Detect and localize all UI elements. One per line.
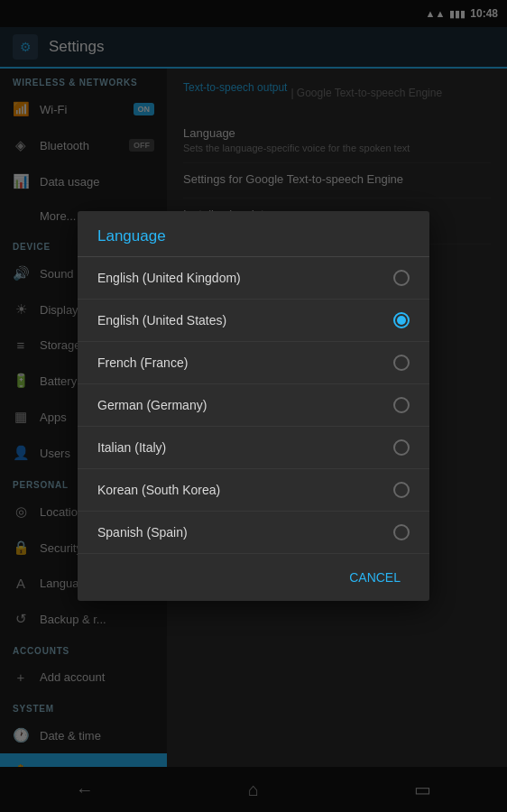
language-modal: Language English (United Kingdom) Englis… — [78, 211, 429, 601]
modal-footer: Cancel — [78, 554, 429, 601]
modal-option-fr-fr[interactable]: French (France) — [78, 342, 429, 384]
modal-option-en-us[interactable]: English (United States) — [78, 300, 429, 342]
modal-option-es-es-label: Spanish (Spain) — [97, 525, 188, 540]
modal-title: Language — [78, 211, 429, 257]
radio-en-gb — [393, 270, 410, 286]
modal-overlay: Language English (United Kingdom) Englis… — [0, 0, 507, 812]
modal-option-it-it[interactable]: Italian (Italy) — [78, 427, 429, 469]
modal-option-es-es[interactable]: Spanish (Spain) — [78, 512, 429, 554]
radio-en-us-inner — [397, 316, 406, 325]
modal-cancel-button[interactable]: Cancel — [340, 565, 410, 590]
radio-ko-kr — [393, 482, 410, 498]
modal-option-fr-fr-label: French (France) — [97, 355, 188, 370]
radio-en-us — [393, 312, 410, 328]
modal-option-it-it-label: Italian (Italy) — [97, 440, 166, 455]
radio-it-it — [393, 439, 410, 456]
modal-option-ko-kr-label: Korean (South Korea) — [97, 483, 220, 497]
radio-de-de — [393, 397, 410, 413]
modal-option-en-gb[interactable]: English (United Kingdom) — [78, 257, 429, 300]
radio-fr-fr — [393, 355, 410, 371]
modal-option-en-us-label: English (United States) — [97, 313, 226, 328]
modal-option-ko-kr[interactable]: Korean (South Korea) — [78, 469, 429, 512]
modal-option-en-gb-label: English (United Kingdom) — [97, 271, 241, 285]
radio-es-es — [393, 524, 410, 540]
modal-option-de-de-label: German (Germany) — [97, 398, 207, 412]
modal-option-de-de[interactable]: German (Germany) — [78, 384, 429, 427]
